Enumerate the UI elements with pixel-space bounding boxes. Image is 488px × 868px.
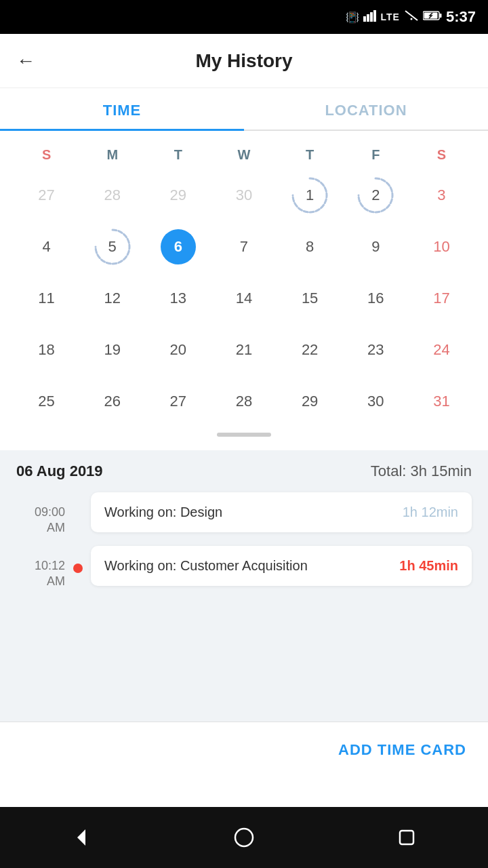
cal-day-13[interactable]: 13 xyxy=(145,274,211,323)
signal-icon xyxy=(363,9,377,24)
status-icons: 📳 LTE 5:37 xyxy=(346,8,476,26)
day-label-sat: S xyxy=(409,138,474,167)
svg-rect-2 xyxy=(370,12,373,22)
cal-day-21[interactable]: 21 xyxy=(211,326,277,374)
entry-title-2: Working on: Customer Acquisition xyxy=(104,558,308,574)
home-nav-icon[interactable] xyxy=(224,817,264,858)
cal-day-25[interactable]: 25 xyxy=(14,377,79,426)
cal-day-27-prev[interactable]: 27 xyxy=(14,171,79,220)
cal-day-17[interactable]: 17 xyxy=(409,274,474,323)
calendar-grid: 27 28 29 30 1 2 3 4 xyxy=(14,171,474,426)
calendar-day-labels: S M T W T F S xyxy=(14,138,474,167)
entry-dot-1 xyxy=(73,510,83,519)
drag-handle[interactable] xyxy=(217,433,271,437)
cal-day-4[interactable]: 4 xyxy=(14,222,79,271)
svg-rect-5 xyxy=(439,14,441,18)
cal-day-23[interactable]: 23 xyxy=(343,326,409,374)
cal-day-27[interactable]: 27 xyxy=(145,377,211,426)
status-bar: 📳 LTE 5:37 xyxy=(0,0,488,34)
calendar: S M T W T F S 27 28 29 30 1 xyxy=(0,131,488,450)
cal-day-29-prev[interactable]: 29 xyxy=(145,171,211,220)
entry-dot-2 xyxy=(73,564,83,573)
tab-location[interactable]: LOCATION xyxy=(244,88,488,130)
tabs: TIME LOCATION xyxy=(0,88,488,131)
cal-day-10[interactable]: 10 xyxy=(409,222,474,271)
cal-day-9[interactable]: 9 xyxy=(343,222,409,271)
cal-day-28-prev[interactable]: 28 xyxy=(79,171,145,220)
cal-day-31[interactable]: 31 xyxy=(409,377,474,426)
cal-day-7[interactable]: 7 xyxy=(211,222,277,271)
cal-day-12[interactable]: 12 xyxy=(79,274,145,323)
cal-day-24[interactable]: 24 xyxy=(409,326,474,374)
cal-day-26[interactable]: 26 xyxy=(79,377,145,426)
svg-rect-1 xyxy=(367,14,369,22)
cal-day-15[interactable]: 15 xyxy=(277,274,343,323)
vibrate-icon: 📳 xyxy=(346,11,359,24)
cal-day-2[interactable]: 2 xyxy=(343,171,409,220)
add-time-card-button[interactable]: ADD TIME CARD xyxy=(338,741,466,759)
nav-bar xyxy=(0,807,488,868)
header: ← My History xyxy=(0,34,488,88)
selected-date: 06 Aug 2019 xyxy=(16,462,103,480)
add-time-bar: ADD TIME CARD xyxy=(0,722,488,778)
tab-time[interactable]: TIME xyxy=(0,88,244,131)
cal-day-5[interactable]: 5 xyxy=(79,222,145,271)
entry-time-2: 10:12AM xyxy=(16,546,65,590)
svg-rect-9 xyxy=(400,831,413,844)
svg-rect-0 xyxy=(363,16,366,22)
entry-card-2[interactable]: Working on: Customer Acquisition 1h 45mi… xyxy=(91,546,472,586)
back-button[interactable]: ← xyxy=(16,50,35,72)
cal-day-1[interactable]: 1 xyxy=(277,171,343,220)
status-time: 5:37 xyxy=(446,8,476,26)
back-nav-icon[interactable] xyxy=(61,817,102,858)
day-label-tue: T xyxy=(145,138,211,167)
entry-duration-1: 1h 12min xyxy=(403,505,458,520)
entry-time-1: 09:00AM xyxy=(16,492,65,536)
page-title: My History xyxy=(195,50,292,72)
day-label-sun: S xyxy=(14,138,79,167)
day-label-thu: T xyxy=(277,138,343,167)
cal-day-18[interactable]: 18 xyxy=(14,326,79,374)
day-label-mon: M xyxy=(79,138,145,167)
entry-duration-2: 1h 45min xyxy=(399,558,458,574)
cal-day-19[interactable]: 19 xyxy=(79,326,145,374)
cal-day-29[interactable]: 29 xyxy=(277,377,343,426)
svg-rect-3 xyxy=(373,10,376,22)
cal-day-8[interactable]: 8 xyxy=(277,222,343,271)
lte-icon: LTE xyxy=(381,12,400,22)
cal-day-11[interactable]: 11 xyxy=(14,274,79,323)
bottom-panel: 06 Aug 2019 Total: 3h 15min 09:00AM Work… xyxy=(0,450,488,722)
svg-point-8 xyxy=(235,829,253,846)
cal-day-22[interactable]: 22 xyxy=(277,326,343,374)
wifi-off-icon xyxy=(404,9,419,24)
date-total-row: 06 Aug 2019 Total: 3h 15min xyxy=(16,462,472,480)
cal-day-20[interactable]: 20 xyxy=(145,326,211,374)
battery-icon xyxy=(423,10,442,24)
cal-day-28[interactable]: 28 xyxy=(211,377,277,426)
day-label-wed: W xyxy=(211,138,277,167)
entry-card-1[interactable]: Working on: Design 1h 12min xyxy=(91,492,472,532)
entry-title-1: Working on: Design xyxy=(104,505,222,520)
cal-day-30-prev[interactable]: 30 xyxy=(211,171,277,220)
time-entry-2: 10:12AM Working on: Customer Acquisition… xyxy=(16,546,472,590)
svg-marker-7 xyxy=(77,829,85,846)
day-label-fri: F xyxy=(343,138,409,167)
total-time: Total: 3h 15min xyxy=(371,462,472,480)
cal-day-16[interactable]: 16 xyxy=(343,274,409,323)
cal-day-3[interactable]: 3 xyxy=(409,171,474,220)
cal-day-6[interactable]: 6 xyxy=(145,222,211,271)
time-entry-1: 09:00AM Working on: Design 1h 12min xyxy=(16,492,472,536)
cal-day-14[interactable]: 14 xyxy=(211,274,277,323)
recent-nav-icon[interactable] xyxy=(386,817,427,858)
cal-day-30[interactable]: 30 xyxy=(343,377,409,426)
